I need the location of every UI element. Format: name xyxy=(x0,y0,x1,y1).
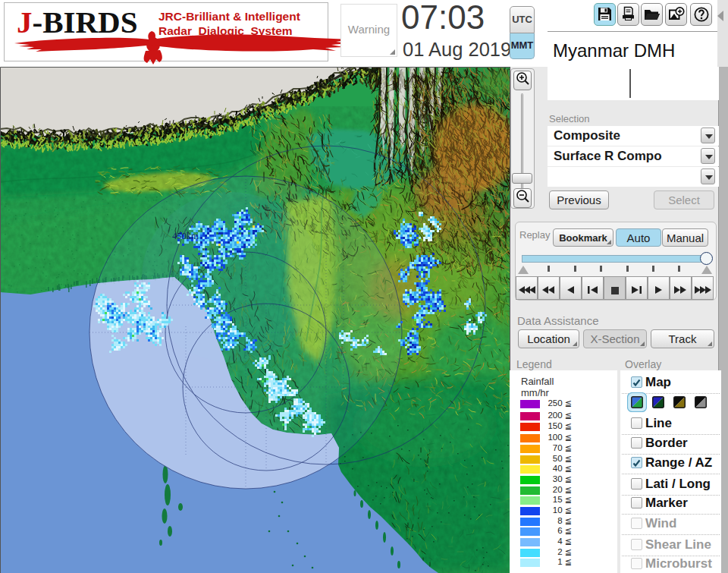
svg-text:450km: 450km xyxy=(172,231,199,241)
